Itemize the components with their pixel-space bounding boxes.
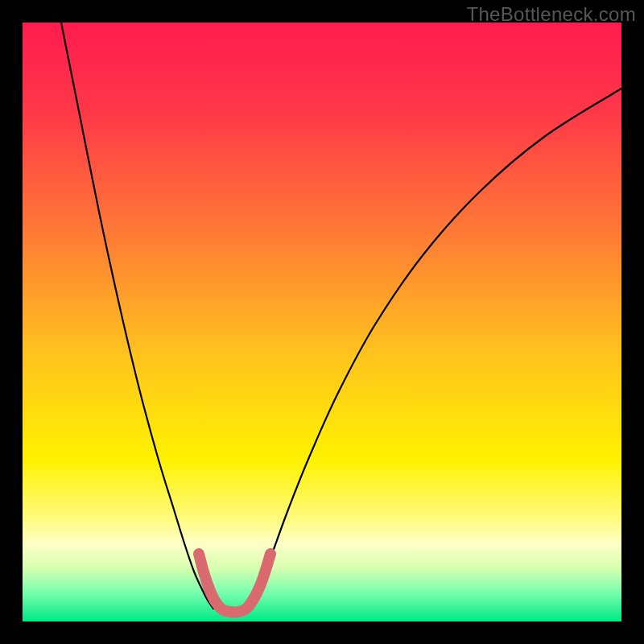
watermark-text: TheBottleneck.com <box>466 3 636 26</box>
chart-frame <box>23 23 621 621</box>
chart-background <box>23 23 621 621</box>
bottleneck-chart <box>23 23 621 621</box>
